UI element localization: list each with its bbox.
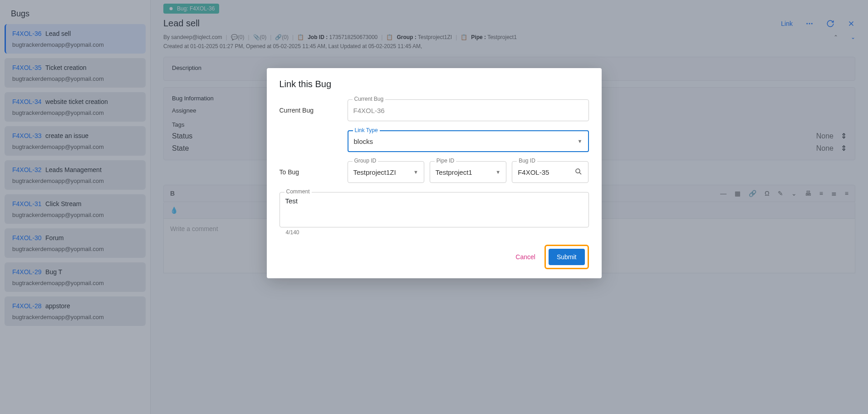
bugid-value: F4XOL-35 [518,168,549,176]
char-count: 4/140 [286,229,589,236]
chevron-down-icon: ▼ [495,169,500,175]
to-bug-label: To Bug [280,168,338,176]
cancel-button[interactable]: Cancel [513,249,538,265]
submit-highlight: Submit [544,245,589,269]
bug-id-input[interactable]: Bug ID F4XOL-35 [512,161,588,183]
comment-field[interactable]: Comment Test [280,192,589,227]
comment-value: Test [285,197,298,205]
current-bug-value: F4XOL-36 [353,107,385,114]
group-float-label: Group ID [353,158,378,164]
current-bug-label: Current Bug [280,107,338,114]
svg-point-4 [576,169,580,173]
chevron-down-icon: ▼ [413,169,418,175]
current-bug-float-label: Current Bug [353,96,386,102]
submit-button[interactable]: Submit [549,249,585,265]
link-bug-modal: Link this Bug Current Bug Current Bug F4… [267,68,602,278]
group-id-select[interactable]: Group ID Testproject1ZI ▼ [348,161,424,183]
comment-float-label: Comment [284,188,312,195]
current-bug-field: Current Bug F4XOL-36 [348,99,589,121]
link-type-select[interactable]: Link Type blocks ▼ [348,130,589,152]
link-type-float-label: Link Type [353,127,380,133]
modal-title: Link this Bug [280,79,589,89]
pipe-value: Testproject1 [436,168,472,176]
pipe-id-select[interactable]: Pipe ID Testproject1 ▼ [430,161,506,183]
link-type-value: blocks [354,138,373,145]
group-value: Testproject1ZI [353,168,396,176]
modal-overlay: Link this Bug Current Bug Current Bug F4… [0,0,868,414]
bugid-float-label: Bug ID [517,158,537,164]
search-icon[interactable] [574,168,583,177]
pipe-float-label: Pipe ID [435,158,456,164]
chevron-down-icon: ▼ [578,138,583,144]
